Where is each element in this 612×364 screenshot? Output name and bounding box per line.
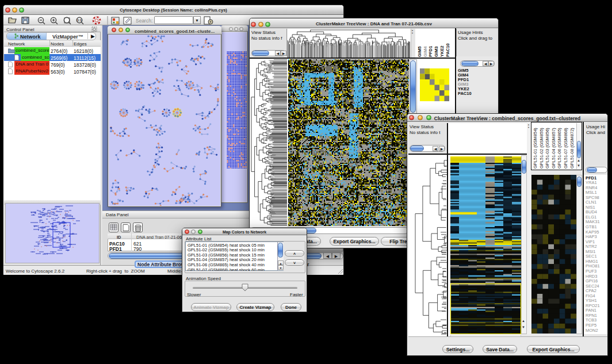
svg-text:1:1: 1:1 xyxy=(77,18,82,22)
